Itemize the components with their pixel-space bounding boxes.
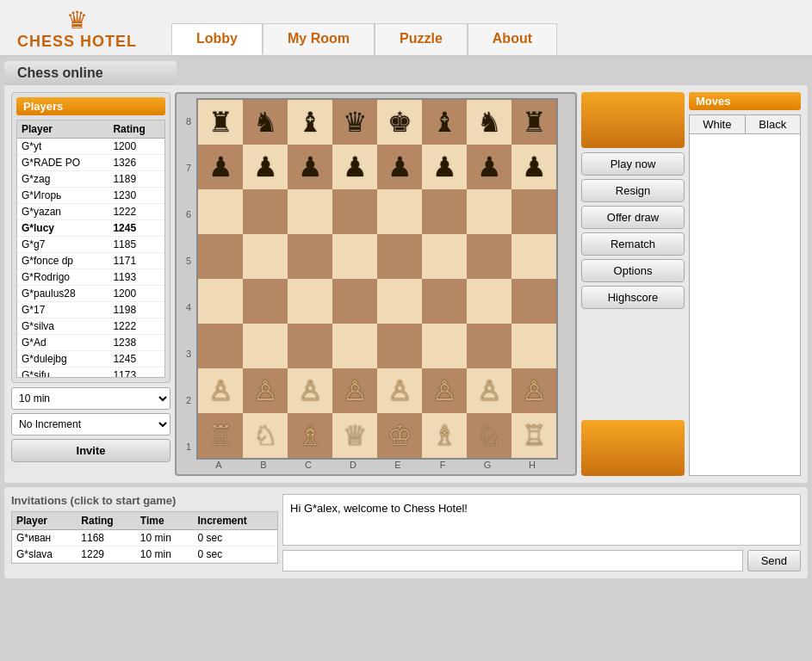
table-row[interactable]: G*zag1189: [17, 171, 164, 188]
chess-square[interactable]: [288, 234, 332, 279]
chess-square[interactable]: ♙: [511, 368, 556, 413]
send-button[interactable]: Send: [747, 550, 801, 571]
chess-square[interactable]: ♖: [511, 413, 556, 458]
chess-square[interactable]: ♝: [288, 100, 332, 145]
chess-square[interactable]: [422, 234, 467, 279]
players-table[interactable]: Player Rating G*yt1200G*RADE PO1326G*zag…: [16, 120, 165, 378]
table-row[interactable]: G*Игорь1230: [17, 188, 164, 204]
chess-square[interactable]: ♟: [288, 145, 332, 189]
chess-square[interactable]: ♙: [377, 368, 422, 413]
table-row[interactable]: G*lucy1245: [17, 220, 164, 237]
table-row[interactable]: G*Ad1238: [17, 335, 164, 351]
chess-square[interactable]: ♙: [288, 368, 332, 413]
chess-square[interactable]: [511, 324, 556, 368]
chess-square[interactable]: [198, 189, 243, 234]
chess-square[interactable]: [332, 189, 377, 234]
chess-square[interactable]: [377, 189, 422, 234]
chess-square[interactable]: [422, 279, 467, 324]
resign-button[interactable]: Resign: [581, 179, 685, 202]
chess-square[interactable]: ♖: [198, 413, 243, 458]
chess-square[interactable]: ♟: [198, 145, 243, 189]
chess-square[interactable]: [198, 234, 243, 279]
table-row[interactable]: G*yazan1222: [17, 204, 164, 220]
chess-square[interactable]: ♙: [243, 368, 288, 413]
table-row[interactable]: G*silva1222: [17, 318, 164, 335]
list-item[interactable]: G*slava122910 min0 sec: [12, 547, 277, 563]
chess-square[interactable]: [198, 324, 243, 368]
invitations-table[interactable]: Player Rating Time Increment G*иван11681…: [11, 511, 278, 564]
chess-square[interactable]: ♚: [377, 100, 422, 145]
chess-square[interactable]: [288, 324, 332, 368]
chess-square[interactable]: ♙: [198, 368, 243, 413]
chess-square[interactable]: [243, 324, 288, 368]
chess-square[interactable]: ♘: [243, 413, 288, 458]
chess-square[interactable]: ♘: [467, 413, 511, 458]
chess-square[interactable]: [511, 279, 556, 324]
tab-puzzle[interactable]: Puzzle: [375, 23, 468, 55]
chess-square[interactable]: ♜: [198, 100, 243, 145]
chess-square[interactable]: [243, 279, 288, 324]
chess-square[interactable]: ♟: [377, 145, 422, 189]
chess-square[interactable]: [467, 279, 511, 324]
chess-square[interactable]: [422, 324, 467, 368]
table-row[interactable]: G*fonce dp1171: [17, 253, 164, 269]
chess-square[interactable]: [377, 324, 422, 368]
chess-square[interactable]: ♛: [332, 100, 377, 145]
increment-select[interactable]: No Increment 1 sec 2 sec 5 sec: [11, 413, 170, 436]
chess-square[interactable]: ♗: [288, 413, 332, 458]
chess-square[interactable]: ♟: [422, 145, 467, 189]
chess-square[interactable]: ♙: [467, 368, 511, 413]
chess-square[interactable]: ♙: [332, 368, 377, 413]
chat-input[interactable]: [282, 550, 743, 571]
table-row[interactable]: G*paulus281200: [17, 286, 164, 302]
table-row[interactable]: G*dulejbg1245: [17, 351, 164, 368]
rematch-button[interactable]: Rematch: [581, 232, 685, 256]
chess-square[interactable]: [332, 324, 377, 368]
table-row[interactable]: G*yt1200: [17, 139, 164, 155]
chess-square[interactable]: ♟: [467, 145, 511, 189]
chess-square[interactable]: ♜: [511, 100, 556, 145]
chess-square[interactable]: [467, 324, 511, 368]
chess-square[interactable]: [377, 234, 422, 279]
invite-button[interactable]: Invite: [11, 439, 170, 462]
table-row[interactable]: G*g71185: [17, 237, 164, 253]
moves-white-header[interactable]: White: [690, 115, 746, 133]
chess-square[interactable]: [198, 279, 243, 324]
chess-square[interactable]: ♗: [422, 413, 467, 458]
tab-lobby[interactable]: Lobby: [171, 23, 263, 55]
chess-square[interactable]: [467, 189, 511, 234]
chess-square[interactable]: [511, 234, 556, 279]
offer-draw-button[interactable]: Offer draw: [581, 206, 685, 229]
tab-about[interactable]: About: [468, 23, 557, 55]
chess-square[interactable]: ♟: [332, 145, 377, 189]
chess-square[interactable]: [377, 279, 422, 324]
options-button[interactable]: Options: [581, 259, 685, 282]
chess-square[interactable]: ♞: [243, 100, 288, 145]
chess-square[interactable]: ♝: [422, 100, 467, 145]
chess-square[interactable]: [243, 234, 288, 279]
chess-square[interactable]: [332, 234, 377, 279]
chess-square[interactable]: ♟: [243, 145, 288, 189]
chess-square[interactable]: ♔: [377, 413, 422, 458]
chessboard[interactable]: ♜♞♝♛♚♝♞♜♟♟♟♟♟♟♟♟♙♙♙♙♙♙♙♙♖♘♗♕♔♗♘♖: [196, 98, 558, 460]
time-select[interactable]: 10 min 5 min 15 min 30 min: [11, 387, 170, 410]
table-row[interactable]: G*Rodrigo1193: [17, 269, 164, 286]
chess-square[interactable]: ♙: [422, 368, 467, 413]
chess-square[interactable]: [243, 189, 288, 234]
table-row[interactable]: G*RADE PO1326: [17, 155, 164, 171]
chess-square[interactable]: [288, 279, 332, 324]
list-item[interactable]: G*иван116810 min0 sec: [12, 530, 277, 547]
chess-square[interactable]: [511, 189, 556, 234]
chess-square[interactable]: ♞: [467, 100, 511, 145]
highscore-button[interactable]: Highscore: [581, 286, 685, 309]
play-now-button[interactable]: Play now: [581, 152, 685, 176]
chess-square[interactable]: ♟: [511, 145, 556, 189]
chess-square[interactable]: ♕: [332, 413, 377, 458]
chess-square[interactable]: [288, 189, 332, 234]
table-row[interactable]: G*sifu1173: [17, 368, 164, 379]
chess-square[interactable]: [467, 234, 511, 279]
tab-my-room[interactable]: My Room: [263, 23, 375, 55]
table-row[interactable]: G*171198: [17, 302, 164, 318]
chess-square[interactable]: [332, 279, 377, 324]
moves-black-header[interactable]: Black: [746, 115, 801, 133]
